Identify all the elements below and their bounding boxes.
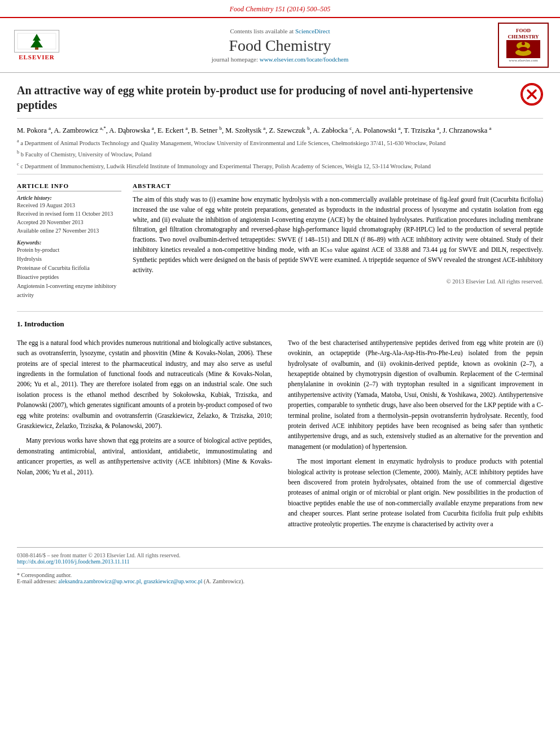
keyword-4: Bioactive peptides	[17, 273, 121, 282]
introduction-heading: 1. Introduction	[17, 320, 543, 329]
affiliation-c: c c Department of Immunochemistry, Ludwi…	[17, 161, 543, 171]
journal-ref-bar: Food Chemistry 151 (2014) 500–505	[62, 5, 498, 14]
svg-point-6	[519, 47, 528, 51]
intro-title: Introduction	[24, 320, 64, 328]
available-date: Available online 27 November 2013	[17, 226, 121, 235]
keywords-label: Keywords:	[17, 239, 121, 246]
corresponding-label: * Corresponding author.	[17, 572, 543, 578]
abstract-column: ABSTRACT The aim of this study was to (i…	[133, 182, 543, 303]
intro-body-text-right: Two of the best characterised antihypert…	[288, 338, 543, 529]
corresponding-note: * Corresponding author. E-mail addresses…	[17, 568, 543, 584]
email-note: E-mail addresses: aleksandra.zambrowicz@…	[17, 578, 543, 584]
homepage-label: journal homepage:	[212, 56, 258, 63]
abstract-text: The aim of this study was to (i) examine…	[133, 195, 543, 276]
crossmark-svg	[522, 84, 542, 104]
food-chemistry-logo: FOOD CHEMISTRY www.elsevier.com	[498, 23, 549, 68]
keywords-list: Protein by-product Hydrolysis Proteinase…	[17, 246, 121, 300]
article-content: An attractive way of egg white protein b…	[0, 73, 560, 587]
elsevier-label: ELSEVIER	[19, 54, 55, 60]
journal-header: Food Chemistry 151 (2014) 500–505	[0, 0, 560, 18]
affiliation-a: a a Department of Animal Products Techno…	[17, 138, 543, 147]
article-title-section: An attractive way of egg white protein b…	[17, 73, 543, 119]
keywords-group: Keywords: Protein by-product Hydrolysis …	[17, 239, 121, 300]
intro-body-text-left: The egg is a natural food which provides…	[17, 338, 272, 477]
keyword-5: Angiotensin I-converting enzyme inhibito…	[17, 282, 121, 300]
homepage-url[interactable]: www.elsevier.com/locate/foodchem	[260, 56, 349, 63]
article-footer: 0308-8146/$ – see front matter © 2013 El…	[17, 547, 543, 587]
food-logo-line2: CHEMISTRY	[508, 34, 539, 40]
article-info-abstract-section: ARTICLE INFO Article history: Received 1…	[17, 174, 543, 312]
footer-doi[interactable]: http://dx.doi.org/10.1016/j.foodchem.201…	[17, 558, 543, 565]
journal-ref-text: Food Chemistry 151 (2014) 500–505	[230, 5, 331, 13]
elsevier-logo: ELSEVIER	[11, 30, 62, 60]
keyword-2: Hydrolysis	[17, 255, 121, 264]
food-logo-svg	[506, 40, 540, 58]
svg-point-7	[522, 42, 525, 45]
footer-issn: 0308-8146/$ – see front matter © 2013 El…	[17, 552, 543, 558]
article-info-title: ARTICLE INFO	[17, 182, 121, 191]
food-logo-issn: www.elsevier.com	[509, 58, 538, 63]
journal-homepage: journal homepage: www.elsevier.com/locat…	[62, 56, 498, 63]
food-logo-text-top: FOOD CHEMISTRY	[508, 28, 539, 40]
email-note-text: (A. Zambrowicz).	[204, 578, 244, 584]
abstract-copyright: © 2013 Elsevier Ltd. All rights reserved…	[133, 278, 543, 285]
introduction-body: The egg is a natural food which provides…	[17, 332, 543, 534]
svg-rect-2	[35, 47, 38, 50]
article-history-group: Article history: Received 19 August 2013…	[17, 195, 121, 235]
intro-para-2: Many previous works have shown that egg …	[17, 435, 272, 477]
sciencedirect-line: Contents lists available at ScienceDirec…	[62, 28, 498, 34]
crossmark-logo	[520, 83, 543, 106]
header-center: Contents lists available at ScienceDirec…	[62, 28, 498, 63]
authors-section: M. Pokora a, A. Zambrowicz a,*, A. Dąbro…	[17, 119, 543, 174]
introduction-section: 1. Introduction The egg is a natural foo…	[17, 312, 543, 541]
email-label: E-mail addresses:	[17, 578, 57, 584]
received-date: Received 19 August 2013	[17, 201, 121, 209]
article-info-column: ARTICLE INFO Article history: Received 1…	[17, 182, 121, 303]
intro-para-3: Two of the best characterised antihypert…	[288, 338, 543, 452]
journal-masthead: ELSEVIER Contents lists available at Sci…	[0, 18, 560, 73]
elsevier-logo-box	[14, 30, 59, 53]
intro-right-col: Two of the best characterised antihypert…	[288, 338, 543, 534]
history-label: Article history:	[17, 195, 121, 201]
intro-number: 1.	[17, 320, 23, 328]
page: Food Chemistry 151 (2014) 500–505 ELSEVI…	[0, 0, 560, 747]
abstract-title: ABSTRACT	[133, 182, 543, 191]
journal-title-large: Food Chemistry	[62, 37, 498, 55]
intro-left-col: The egg is a natural food which provides…	[17, 338, 272, 534]
keyword-3: Proteinase of Cucurbita ficifolia	[17, 264, 121, 273]
elsevier-logo-svg	[15, 30, 59, 52]
intro-para-4: The most important element in enzymatic …	[288, 456, 543, 529]
sciencedirect-link[interactable]: ScienceDirect	[295, 28, 330, 34]
intro-para-1: The egg is a natural food which provides…	[17, 338, 272, 431]
keyword-1: Protein by-product	[17, 246, 121, 255]
received-revised-date: Received in revised form 11 October 2013	[17, 209, 121, 218]
affiliation-b: b b Faculty of Chemistry, University of …	[17, 149, 543, 159]
food-logo-line1: FOOD	[508, 28, 539, 34]
sciencedirect-prefix: Contents lists available at	[230, 28, 294, 34]
authors-line: M. Pokora a, A. Zambrowicz a,*, A. Dąbro…	[17, 124, 543, 136]
email-addresses[interactable]: aleksandra.zambrowicz@up.wroc.pl, graszk…	[58, 578, 202, 584]
accepted-date: Accepted 20 November 2013	[17, 218, 121, 226]
article-title: An attractive way of egg white protein b…	[17, 83, 520, 112]
